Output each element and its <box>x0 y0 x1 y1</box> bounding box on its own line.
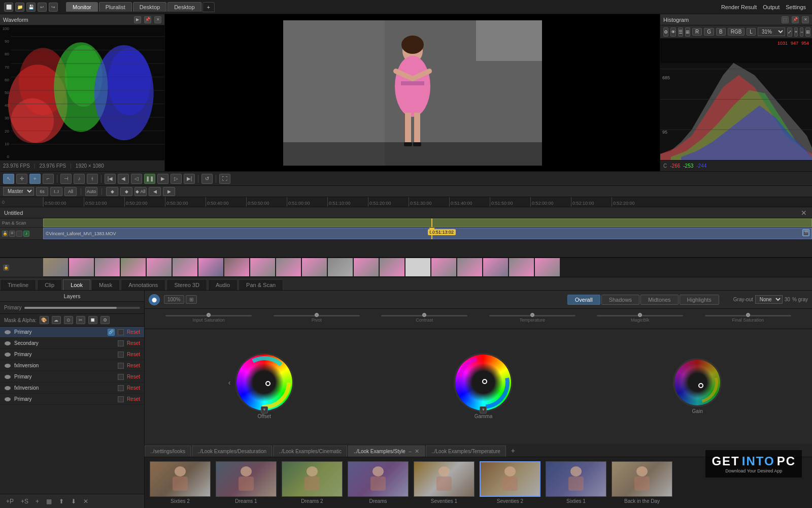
layer-eye-4[interactable] <box>4 373 11 380</box>
track-lock-btn[interactable]: 🔒 <box>2 231 8 237</box>
look-thumb-dreams2[interactable]: Dreams 2 <box>282 461 343 504</box>
tab-monitor[interactable]: Monitor <box>66 2 98 12</box>
filmstrip-lock-btn[interactable]: 🔒 <box>3 265 9 271</box>
hist-zoom-select[interactable]: 31% 50% 100% <box>758 27 785 36</box>
layer-checkbox-6[interactable] <box>118 396 124 402</box>
layer-eye-6[interactable] <box>4 396 11 403</box>
slider-handle-temp[interactable] <box>530 313 534 317</box>
look-thumb-backinday[interactable]: Back in the Day <box>612 461 672 504</box>
trim-tool-btn[interactable]: ⌖ <box>29 174 41 184</box>
layer-reset-2[interactable]: Reset <box>127 352 140 357</box>
duplicate-layer-btn[interactable]: ▦ <box>44 497 54 506</box>
hist-r-btn[interactable]: R <box>692 28 702 36</box>
wheel-bottom-icon-offset[interactable]: ▼ <box>261 406 268 414</box>
color-wheel-gamma[interactable]: ▼ <box>455 355 511 410</box>
slider-track-pivot[interactable] <box>274 315 360 316</box>
slider-handle-magicblk[interactable] <box>638 313 642 317</box>
master-dropdown[interactable]: Master <box>3 187 34 196</box>
all-btn[interactable]: All <box>64 187 77 196</box>
tab-panscan[interactable]: Pan & Scan <box>239 279 283 290</box>
look-folder-close-x[interactable]: ✕ <box>415 448 419 455</box>
slider-handle-pivot[interactable] <box>315 313 319 317</box>
ripple-btn[interactable]: ⫳ <box>87 174 98 184</box>
hist-plus-btn[interactable]: + <box>794 27 798 37</box>
tab-audio[interactable]: Audio <box>208 279 238 290</box>
next-key-btn[interactable]: ▶ <box>163 187 175 196</box>
layer-eye-5[interactable] <box>4 385 11 392</box>
add-secondary-btn[interactable]: +S <box>19 497 30 506</box>
layer-eye-2[interactable] <box>4 351 11 358</box>
tone-tab-midtones[interactable]: Midtones <box>640 295 679 305</box>
layer-checkbox-1[interactable] <box>118 340 124 346</box>
add-primary-btn[interactable]: +P <box>4 497 16 506</box>
color-mode-btn[interactable]: ⬤ <box>149 294 160 305</box>
slider-handle-inputsat[interactable] <box>207 313 211 317</box>
layer-item-3[interactable]: fxInversion Reset <box>0 360 144 371</box>
timeline-close-btn[interactable]: ✕ <box>800 209 808 217</box>
layer-item-4[interactable]: Primary Reset <box>0 371 144 383</box>
hist-rgb-btn[interactable]: RGB <box>728 28 745 36</box>
waveform-play-btn[interactable]: ▶ <box>134 16 141 23</box>
tab-desktop1[interactable]: Desktop <box>133 2 166 12</box>
look-folder-add-btn[interactable]: + <box>507 445 519 456</box>
look-folder-tab-0[interactable]: ../settings/looks <box>145 446 191 457</box>
in-point-btn[interactable]: ⊣ <box>60 174 72 184</box>
duration-btn[interactable]: 6s <box>36 187 48 196</box>
redo-btn[interactable]: ↪ <box>49 3 58 12</box>
prev-key-btn[interactable]: ◀ <box>149 187 161 196</box>
delete-layer-btn[interactable]: ✕ <box>81 497 90 506</box>
play-btn[interactable]: ▶ <box>157 174 168 184</box>
layer-checkbox-5[interactable] <box>118 385 124 391</box>
keyframe-diamond-btn[interactable]: ◆ <box>106 187 118 196</box>
layer-item-2[interactable]: Primary Reset <box>0 349 144 360</box>
look-thumb-sixties1[interactable]: Sixties 1 <box>546 461 606 504</box>
output-menu[interactable]: Output <box>763 4 780 10</box>
opacity-slider-track[interactable] <box>24 307 140 309</box>
mask-btn-4[interactable]: ✂ <box>76 316 85 324</box>
layer-reset-3[interactable]: Reset <box>127 363 140 368</box>
hist-g-btn[interactable]: G <box>704 28 714 36</box>
audio-btn[interactable]: ♪ <box>74 174 85 184</box>
track-audio-btn[interactable]: ♪ <box>23 231 29 237</box>
tone-tab-highlights[interactable]: Highlights <box>680 295 719 305</box>
layer-reset-5[interactable]: Reset <box>127 385 140 391</box>
render-result-menu[interactable]: Render Result <box>721 4 757 10</box>
layer-checkbox-2[interactable] <box>118 352 124 358</box>
trim-btn[interactable]: I..I <box>50 187 62 196</box>
layer-item-0[interactable]: Primary 🔗 Reset <box>0 327 144 338</box>
wheel-bottom-icon-gamma[interactable]: ▼ <box>480 406 487 414</box>
look-folder-tab-3[interactable]: ../Look Examples/Style − ✕ <box>348 446 425 457</box>
field-view-btn[interactable]: ⊞ <box>186 295 197 304</box>
new-btn[interactable]: ⬜ <box>4 3 13 12</box>
mask-btn-3[interactable]: ⊙ <box>64 316 73 324</box>
mask-btn-1[interactable]: 🎨 <box>40 316 49 324</box>
layer-checkbox-0[interactable] <box>118 329 124 335</box>
open-btn[interactable]: 📁 <box>15 3 24 12</box>
mask-btn-6[interactable]: ⚙ <box>100 316 110 324</box>
hist-minus-btn[interactable]: − <box>800 27 803 37</box>
fullscreen-btn[interactable]: ⛶ <box>219 174 230 184</box>
look-thumb-dreams[interactable]: Dreams <box>348 461 409 504</box>
waveform-view-btn[interactable]: 100% <box>164 295 184 304</box>
look-folder-tab-4[interactable]: ../Look Examples/Temperature <box>426 446 506 457</box>
settings-menu[interactable]: Settings <box>786 4 806 10</box>
auto-btn[interactable]: Auto <box>85 187 97 196</box>
slider-track-finalsat[interactable] <box>705 315 791 316</box>
slider-track-contrast[interactable] <box>381 315 467 316</box>
tab-clip[interactable]: Clip <box>37 279 62 290</box>
layer-item-1[interactable]: Secondary Reset <box>0 338 144 349</box>
hist-settings-btn[interactable]: ⚙ <box>663 27 668 37</box>
grayout-select[interactable]: None <box>755 295 783 304</box>
layer-eye-0[interactable] <box>4 329 11 336</box>
move-down-btn[interactable]: ⬇ <box>69 497 78 506</box>
slider-track-inputsat[interactable] <box>165 315 252 316</box>
histogram-close-btn[interactable]: ✕ <box>802 16 809 23</box>
layer-checkbox-4[interactable] <box>118 374 124 380</box>
save-btn[interactable]: 💾 <box>26 3 36 12</box>
move-tool-btn[interactable]: ✛ <box>16 174 27 184</box>
layer-reset-4[interactable]: Reset <box>127 374 140 379</box>
look-folder-close-btn[interactable]: − <box>409 449 412 455</box>
layer-eye-3[interactable] <box>4 362 11 369</box>
blade-tool-btn[interactable]: ⌐ <box>43 174 54 184</box>
select-tool-btn[interactable]: ↖ <box>3 174 14 184</box>
